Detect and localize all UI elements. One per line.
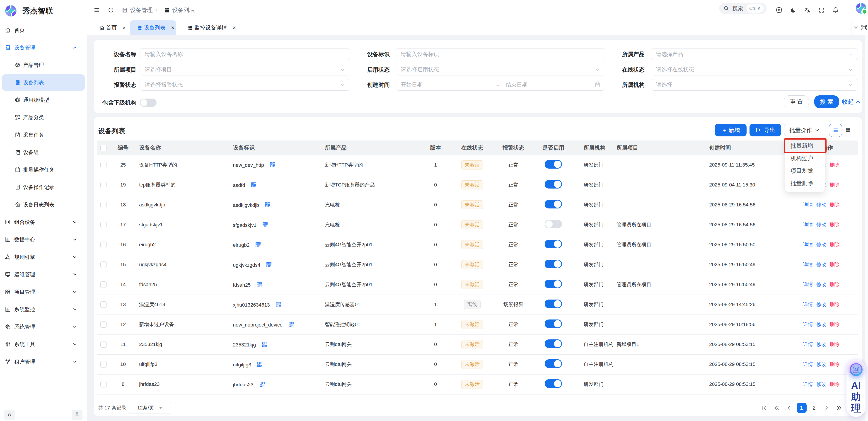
svg-text:AI: AI <box>854 368 858 372</box>
